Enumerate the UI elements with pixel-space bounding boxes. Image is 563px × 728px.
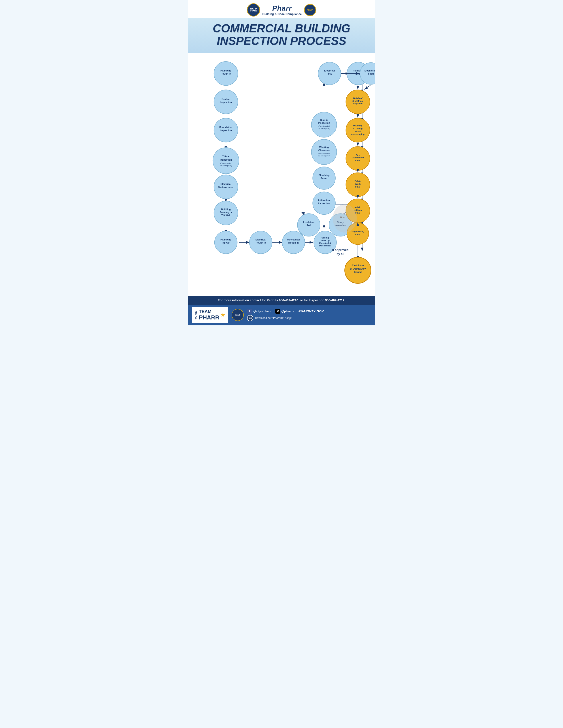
svg-text:Final: Final xyxy=(327,73,332,75)
svg-text:Inspection: Inspection xyxy=(318,202,330,205)
svg-text:but not required): but not required) xyxy=(318,155,330,157)
we-are-label: WE ARE xyxy=(195,311,197,319)
x-icon: ✕ xyxy=(275,309,280,314)
svg-text:Final/: Final/ xyxy=(355,130,361,133)
svg-text:(Permit needed: (Permit needed xyxy=(319,125,330,127)
svg-text:Planning: Planning xyxy=(353,125,363,127)
facebook-icon: f xyxy=(247,309,252,314)
facebook-item[interactable]: f @cityofpharr xyxy=(247,309,271,314)
svg-text:Inspection: Inspection xyxy=(220,159,232,161)
label-plumbing-rough-in: Plumbing xyxy=(220,69,231,72)
svg-text:Sewer: Sewer xyxy=(321,177,328,180)
svg-text:by all: by all xyxy=(337,252,344,256)
svg-text:Framing or: Framing or xyxy=(220,211,232,214)
flow-diagram: Plumbing Rough In Footing Inspection Fou… xyxy=(192,59,371,288)
node-sign-inspection xyxy=(311,112,337,137)
svg-text:Shell Final: Shell Final xyxy=(352,100,364,102)
svg-text:Final: Final xyxy=(355,159,360,162)
main-content: Plumbing Rough In Footing Inspection Fou… xyxy=(188,53,375,296)
svg-text:Engineering: Engineering xyxy=(352,230,364,233)
svg-text:Sign &: Sign & xyxy=(320,119,328,121)
org-subtitle: Building & Code Compliance xyxy=(262,12,302,16)
if-approved-text: If approved xyxy=(332,248,349,252)
svg-text:& Zoning: & Zoning xyxy=(353,127,363,130)
svg-text:Foundation: Foundation xyxy=(219,126,232,129)
svg-text:Roll: Roll xyxy=(307,224,311,227)
social-section: f @cityofpharr ✕ @pharrtx PHARR-TX.GOV 3… xyxy=(247,309,371,321)
svg-text:T-Pole: T-Pole xyxy=(222,155,229,158)
app-row: 311 Download our "Pharr 311" app! xyxy=(247,315,371,321)
city-logo-footer: CITY OFPHARR xyxy=(231,309,244,321)
svg-text:Working: Working xyxy=(319,146,329,148)
svg-text:Electrical &: Electrical & xyxy=(319,242,331,244)
pride-badge: PHARRPRIDE xyxy=(304,4,316,16)
city-logo: CITY OFPHARR xyxy=(247,3,260,17)
svg-text:of Occupancy: of Occupancy xyxy=(350,268,366,270)
svg-text:Final: Final xyxy=(355,212,360,214)
svg-text:Mechanical: Mechanical xyxy=(319,244,331,247)
svg-text:Final: Final xyxy=(355,234,360,236)
team-pharr-text: TEAMPHARR xyxy=(199,309,219,321)
svg-text:Footing: Footing xyxy=(221,98,230,100)
svg-text:Electrical: Electrical xyxy=(255,238,266,241)
svg-text:(Permit needed: (Permit needed xyxy=(319,152,330,154)
footer-bottom: WE ARE TEAMPHARR ★ CITY OFPHARR f @cityo… xyxy=(188,305,375,325)
main-title: COMMERCIAL BUILDING INSPECTION PROCESS xyxy=(194,22,369,47)
header-text: Pharr Building & Code Compliance xyxy=(262,4,302,16)
svg-text:Issued: Issued xyxy=(354,271,362,273)
svg-text:Inspection: Inspection xyxy=(318,122,330,124)
svg-text:Certificate: Certificate xyxy=(352,264,364,267)
svg-text:Public: Public xyxy=(355,206,361,208)
svg-text:Final: Final xyxy=(355,186,360,188)
header: CITY OFPHARR Pharr Building & Code Compl… xyxy=(188,0,375,18)
svg-text:(Permit needed: (Permit needed xyxy=(220,162,231,164)
svg-text:Electrical: Electrical xyxy=(220,183,231,185)
svg-text:Fire: Fire xyxy=(356,154,360,156)
svg-text:Building/: Building/ xyxy=(353,97,363,99)
svg-text:Tap Out: Tap Out xyxy=(221,241,230,244)
svg-text:Irrigation: Irrigation xyxy=(353,103,363,105)
svg-text:Public: Public xyxy=(355,180,361,182)
node-certificate xyxy=(345,257,371,283)
svg-text:Inspection: Inspection xyxy=(220,129,232,132)
svg-text:Utilities: Utilities xyxy=(354,209,362,211)
svg-text:Work: Work xyxy=(355,183,361,185)
svg-text:Calling: Calling xyxy=(322,236,329,239)
svg-text:Rough In: Rough In xyxy=(221,73,231,75)
twitter-item[interactable]: ✕ @pharrtx xyxy=(275,309,294,314)
team-pharr-star: ★ xyxy=(220,311,226,319)
svg-text:Clearance: Clearance xyxy=(319,149,330,152)
title-banner: COMMERCIAL BUILDING INSPECTION PROCESS xyxy=(188,18,375,53)
footer-contact: For more information contact for Permits… xyxy=(188,296,375,305)
svg-line-107 xyxy=(364,85,371,90)
svg-text:Plumbing: Plumbing xyxy=(319,174,330,177)
svg-text:Final: Final xyxy=(368,73,374,75)
svg-text:Rough In: Rough In xyxy=(289,241,299,244)
svg-text:Cover Up!: Cover Up! xyxy=(320,239,330,242)
we-are-team: WE ARE TEAMPHARR ★ xyxy=(192,307,228,323)
svg-text:Electrical: Electrical xyxy=(324,69,335,72)
svg-text:Mechanical: Mechanical xyxy=(287,238,300,241)
website-text[interactable]: PHARR-TX.GOV xyxy=(299,309,324,313)
svg-text:Tilt Wall: Tilt Wall xyxy=(221,214,230,217)
svg-text:Building: Building xyxy=(221,208,230,211)
app-badge-311: 311 xyxy=(247,315,253,321)
svg-text:but not required): but not required) xyxy=(220,165,232,167)
org-name: Pharr xyxy=(262,4,302,12)
svg-text:🦝 CODY: 🦝 CODY xyxy=(340,216,350,219)
svg-text:Insulation: Insulation xyxy=(303,221,315,223)
svg-text:Inspection: Inspection xyxy=(220,101,232,103)
svg-text:Mechanical: Mechanical xyxy=(365,69,375,72)
node-working-clearance xyxy=(311,139,337,165)
svg-text:Department: Department xyxy=(352,157,364,159)
svg-text:Plumbing: Plumbing xyxy=(220,238,231,241)
social-row-1: f @cityofpharr ✕ @pharrtx PHARR-TX.GOV xyxy=(247,309,371,314)
svg-text:Underground: Underground xyxy=(218,186,233,188)
svg-text:Infiltration: Infiltration xyxy=(318,199,330,202)
svg-text:but not required): but not required) xyxy=(318,128,330,129)
svg-text:Rough In: Rough In xyxy=(256,241,266,244)
svg-text:Landscaping: Landscaping xyxy=(351,133,365,135)
